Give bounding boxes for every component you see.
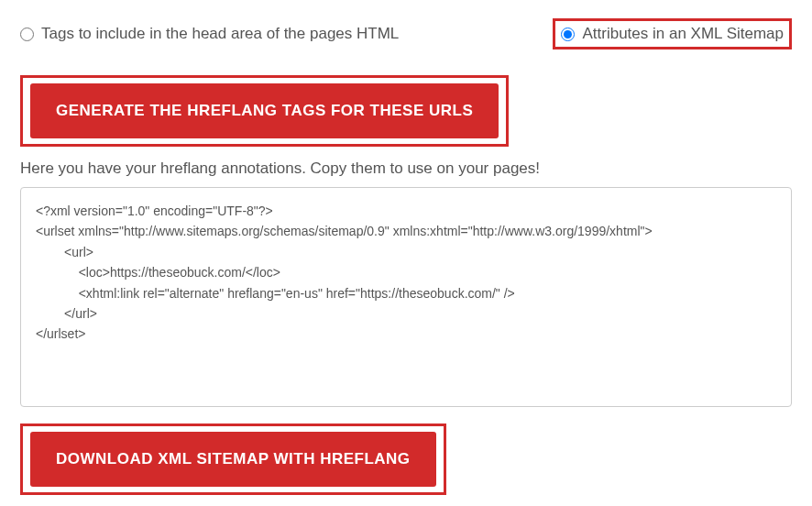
radio-label-xml-sitemap: Attributes in an XML Sitemap bbox=[582, 25, 784, 43]
highlight-xml-option: Attributes in an XML Sitemap bbox=[553, 18, 792, 50]
output-type-radio-group: Tags to include in the head area of the … bbox=[20, 18, 792, 50]
highlight-generate-button: GENERATE THE HREFLANG TAGS FOR THESE URL… bbox=[20, 75, 509, 147]
instruction-text: Here you have your hreflang annotations.… bbox=[20, 160, 792, 178]
radio-xml-sitemap[interactable] bbox=[561, 28, 575, 41]
hreflang-output-box[interactable]: <?xml version="1.0" encoding="UTF-8"?> <… bbox=[20, 187, 792, 407]
radio-head-tags[interactable] bbox=[20, 28, 34, 41]
radio-label-head-tags: Tags to include in the head area of the … bbox=[41, 25, 399, 43]
generate-button[interactable]: GENERATE THE HREFLANG TAGS FOR THESE URL… bbox=[30, 83, 499, 138]
radio-option-head-tags[interactable]: Tags to include in the head area of the … bbox=[20, 25, 399, 43]
highlight-download-button: DOWNLOAD XML SITEMAP WITH HREFLANG bbox=[20, 424, 446, 495]
radio-option-xml-sitemap[interactable]: Attributes in an XML Sitemap bbox=[561, 25, 784, 43]
download-button[interactable]: DOWNLOAD XML SITEMAP WITH HREFLANG bbox=[30, 432, 436, 487]
